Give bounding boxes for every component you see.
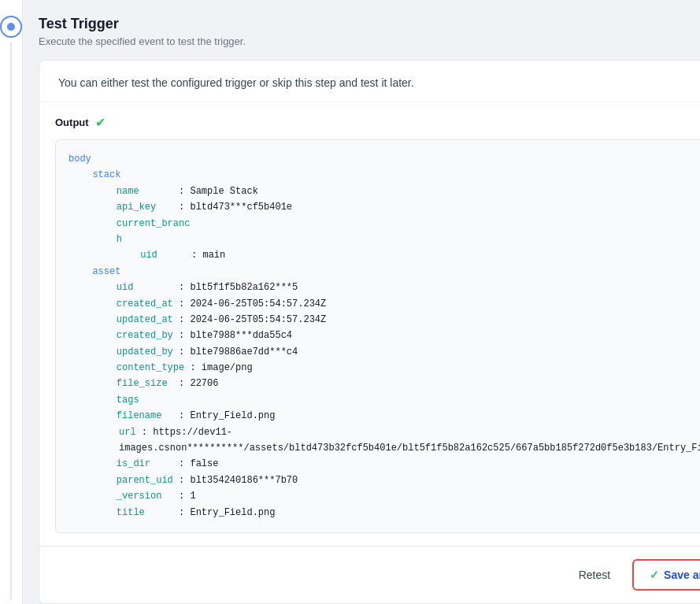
- val-uid: : blt5f1f5b82a162***5: [179, 280, 298, 295]
- code-line: asset: [81, 264, 700, 280]
- key-h: h: [94, 232, 122, 247]
- code-line: filename : Entry_Field.png: [94, 408, 700, 424]
- code-line: created_at : 2024-06-25T05:54:57.234Z: [94, 296, 700, 312]
- page-container: Test Trigger Execute the specified event…: [0, 0, 700, 604]
- key-body: body: [69, 151, 91, 167]
- code-line: created_by : blte7988***dda55c4: [94, 328, 700, 343]
- code-line: parent_uid : blt354240186***7b70: [94, 472, 700, 488]
- val-name: : Sample Stack: [179, 183, 258, 199]
- code-box: body stack name : Sample Stack api_key :…: [55, 139, 700, 533]
- code-line: stack: [81, 167, 700, 183]
- key-updated-by: updated_by: [94, 344, 179, 360]
- panel: You can either test the configured trigg…: [39, 60, 700, 604]
- val-parent-uid: : blt354240186***7b70: [179, 472, 298, 488]
- key-asset: asset: [81, 264, 120, 280]
- val-file-size: : 22706: [179, 376, 218, 391]
- panel-info-text: You can either test the configured trigg…: [39, 61, 700, 102]
- key-content-type: content_type: [94, 360, 190, 376]
- key-name: name: [94, 183, 179, 199]
- key-parent-uid: parent_uid: [94, 472, 179, 488]
- key-api-key: api_key: [94, 199, 179, 215]
- key-file-size: file_size: [94, 376, 179, 391]
- panel-footer: Retest ✓ Save and Exit: [39, 546, 700, 603]
- key-is-dir: is_dir: [94, 456, 179, 472]
- key-title: title: [94, 505, 179, 521]
- val-updated-by: : blte79886ae7dd***c4: [179, 344, 298, 360]
- code-line: tags: [94, 392, 700, 408]
- page-title: Test Trigger: [39, 16, 700, 32]
- key-tags: tags: [94, 392, 139, 408]
- code-line: uid : main: [106, 247, 700, 263]
- save-exit-label: Save and Exit: [664, 569, 700, 581]
- val-created-by: : blte7988***dda55c4: [179, 328, 292, 343]
- key-filename: filename: [94, 408, 179, 424]
- save-exit-button[interactable]: ✓ Save and Exit: [632, 559, 700, 591]
- key-created-by: created_by: [94, 328, 179, 343]
- key-stack: stack: [81, 167, 120, 183]
- code-line: is_dir : false: [94, 456, 700, 472]
- output-header: Output ✔: [55, 115, 700, 130]
- output-section: Output ✔ body stack name : Sample Stack …: [39, 102, 700, 546]
- val-api-key: : bltd473***cf5b401e: [179, 199, 292, 215]
- val-created-at: : 2024-06-25T05:54:57.234Z: [179, 296, 326, 312]
- code-line: content_type : image/png: [94, 360, 700, 376]
- code-line: _version : 1: [94, 488, 700, 504]
- key-uid: uid: [94, 280, 179, 295]
- sidebar: [0, 0, 23, 604]
- code-line: h: [94, 232, 700, 247]
- code-line: updated_at : 2024-06-25T05:54:57.234Z: [94, 312, 700, 328]
- code-line: body: [69, 151, 700, 167]
- val-filename: : Entry_Field.png: [179, 408, 275, 424]
- main-content: Test Trigger Execute the specified event…: [23, 0, 700, 604]
- code-line: title : Entry_Field.png: [94, 505, 700, 521]
- key-updated-at: updated_at: [94, 312, 179, 328]
- key-url: url: [119, 427, 142, 438]
- output-check-icon: ✔: [95, 115, 106, 130]
- val-is-dir: : false: [179, 456, 218, 472]
- val-uid-branch: : main: [191, 247, 225, 263]
- key-current-branch: current_branc: [94, 216, 190, 232]
- code-line: file_size : 22706: [94, 376, 700, 391]
- code-line: updated_by : blte79886ae7dd***c4: [94, 344, 700, 360]
- page-header: Test Trigger Execute the specified event…: [39, 16, 700, 47]
- save-exit-check-icon: ✓: [650, 569, 659, 581]
- val-version: : 1: [179, 488, 196, 504]
- retest-button[interactable]: Retest: [569, 562, 620, 587]
- code-line: api_key : bltd473***cf5b401e: [94, 199, 700, 215]
- sidebar-line: [10, 43, 12, 599]
- step-icon-inner: [7, 23, 15, 31]
- code-content[interactable]: body stack name : Sample Stack api_key :…: [56, 140, 700, 532]
- step-icon: [0, 16, 22, 38]
- key-created-at: created_at: [94, 296, 179, 312]
- key-uid-branch: uid: [106, 247, 191, 263]
- val-url: : https://dev11-images.csnon**********/a…: [119, 427, 700, 454]
- code-line: uid : blt5f1f5b82a162***5: [94, 280, 700, 295]
- code-line: url : https://dev11-images.csnon********…: [94, 424, 700, 457]
- val-title: : Entry_Field.png: [179, 505, 275, 521]
- val-updated-at: : 2024-06-25T05:54:57.234Z: [179, 312, 326, 328]
- page-subtitle: Execute the specified event to test the …: [39, 35, 700, 47]
- key-version: _version: [94, 488, 179, 504]
- output-label: Output: [55, 117, 89, 128]
- code-line: current_branc: [94, 216, 700, 232]
- code-line: name : Sample Stack: [94, 183, 700, 199]
- val-content-type: : image/png: [190, 360, 252, 376]
